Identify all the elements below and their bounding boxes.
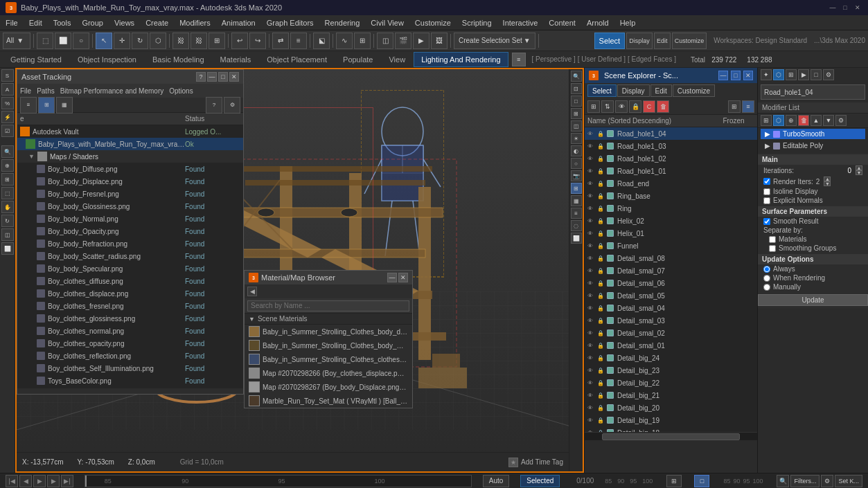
vp-zoom-btn[interactable]: 🔍	[571, 71, 582, 82]
main-file-row[interactable]: Baby_Plays_with_Marble_Run_Toy_max_vray.…	[17, 138, 243, 150]
se-object-row[interactable]: 👁 🔒 Detail_smal_07	[585, 264, 757, 277]
key-settings-btn[interactable]: ⚙	[821, 475, 833, 487]
menu-views[interactable]: Views	[109, 15, 140, 30]
iterations-spinner[interactable]: ▲ ▼	[856, 165, 862, 175]
tab-populate[interactable]: Populate	[335, 52, 380, 67]
mb-close-btn[interactable]: ✕	[398, 273, 408, 282]
vp-expand-btn[interactable]: ⬜	[571, 233, 582, 244]
motion-mode-icon[interactable]: ▶	[798, 69, 809, 80]
unlink-btn[interactable]: ⛓	[191, 33, 207, 49]
se-object-list[interactable]: 👁 🔒 Road_hole1_04 👁 🔒 Road_hole1_03 👁 🔒 …	[585, 127, 757, 432]
se-object-row[interactable]: 👁 🔒 Helix_01	[585, 227, 757, 240]
asset-maximize-btn[interactable]: □	[218, 72, 228, 82]
field-of-view-btn[interactable]: ◫	[1, 228, 14, 241]
render-frame-btn[interactable]: 🖼	[431, 33, 448, 49]
rotate-btn[interactable]: ↻	[132, 33, 148, 49]
asset-file-row-13[interactable]: Boy_clothes_normal.png Found	[17, 325, 243, 337]
se-minimize-btn[interactable]: —	[718, 71, 728, 80]
se-display-btn[interactable]: Display	[617, 84, 650, 97]
scene-customize-btn[interactable]: Customize	[672, 33, 707, 49]
arc-rotate-btn[interactable]: ↻	[1, 215, 14, 227]
tab-lighting-rendering[interactable]: Lighting And Rendering	[414, 52, 508, 67]
transport-controls[interactable]: |◀ ◀ ▶ ▶ ▶|	[6, 475, 73, 487]
render-btn[interactable]: ▶	[413, 33, 429, 49]
se-object-row[interactable]: 👁 🔒 Detail_smal_03	[585, 314, 757, 327]
move-btn[interactable]: ✛	[114, 33, 130, 49]
asset-file-row-11[interactable]: Boy_clothes_fresnel.png Found	[17, 300, 243, 312]
menu-edit[interactable]: Edit	[24, 15, 48, 30]
se-object-row[interactable]: 👁 🔒 Detail_smal_04	[585, 302, 757, 314]
schematic-view-btn[interactable]: ⊞	[354, 33, 371, 49]
mb-material-item[interactable]: Baby_in_Summer_Strolling_Clothes_body_MA…	[245, 338, 412, 352]
mod-icon-up[interactable]: ▲	[811, 115, 822, 126]
mod-icon-down[interactable]: ▼	[823, 115, 834, 126]
vp-grid-btn[interactable]: ⊞	[571, 183, 582, 194]
zoom-extent-btn[interactable]: ⊞	[1, 173, 14, 186]
se-object-row[interactable]: 👁 🔒 Helix_02	[585, 215, 757, 227]
vp-shading-btn[interactable]: □	[571, 96, 582, 107]
angle-snap-btn[interactable]: A	[1, 83, 14, 96]
vp-camera-btn[interactable]: 📷	[571, 170, 582, 181]
menu-file[interactable]: File	[0, 15, 24, 30]
bind-warp-btn[interactable]: ⊞	[209, 33, 225, 49]
add-time-tag-icon[interactable]: ★	[508, 458, 518, 467]
se-horizontal-scrollbar[interactable]	[585, 432, 757, 440]
scene-select-btn[interactable]: Select	[594, 33, 626, 49]
viewport[interactable]: 🔍 ⊡ □ ⊞ ◫ ☀ ◐ ○ 📷 ⊞ ▦ ≡ ◌ ⬜ X: -13,577cm…	[15, 68, 584, 473]
render-setup-btn[interactable]: 🎬	[395, 33, 411, 49]
zoom-btn[interactable]: 🔍	[1, 145, 14, 158]
asset-close-btn[interactable]: ✕	[229, 72, 239, 82]
hierarchy-mode-icon[interactable]: ⊞	[786, 69, 797, 80]
asset-minimize-btn[interactable]: —	[207, 72, 217, 82]
se-hierarchy-btn[interactable]: ⊞	[728, 100, 741, 113]
modify-mode-icon[interactable]: ⬡	[773, 69, 784, 80]
se-object-row[interactable]: 👁 🔒 Ring	[585, 202, 757, 215]
se-object-row[interactable]: 👁 🔒 Detail_smal_05	[585, 289, 757, 302]
utility-mode-icon[interactable]: ⚙	[823, 69, 834, 80]
tab-object-inspection[interactable]: Object Inspection	[70, 52, 144, 67]
asset-file-row-12[interactable]: Boy_clothes_glossiness.png Found	[17, 312, 243, 325]
asset-file-row-1[interactable]: Boy_body_Displace.png Found	[17, 175, 243, 188]
asset-file-row-3[interactable]: Boy_body_Glossiness.png Found	[17, 200, 243, 213]
se-object-row[interactable]: 👁 🔒 Ring_base	[585, 190, 757, 202]
snap-toggle-btn[interactable]: S	[1, 69, 14, 82]
vp-wireframe-btn[interactable]: ⊞	[571, 108, 582, 119]
menu-rendering[interactable]: Rendering	[319, 15, 366, 30]
selected-key-btn[interactable]: Selected	[520, 475, 560, 487]
display-mode-icon[interactable]: □	[811, 69, 822, 80]
zoom-time-btn[interactable]: 🔍	[777, 475, 789, 487]
curve-editor-btn[interactable]: ∿	[336, 33, 353, 49]
menu-graph-editors[interactable]: Graph Editors	[261, 15, 319, 30]
se-sort-btn[interactable]: ⇅	[601, 100, 614, 113]
asset-file-row-14[interactable]: Boy_clothes_opacity.png Found	[17, 337, 243, 350]
asset-file-row-6[interactable]: Boy_body_Refraction.png Found	[17, 237, 243, 250]
se-object-row[interactable]: 👁 🔒 Detail_big_21	[585, 389, 757, 401]
update-button[interactable]: Update	[758, 294, 868, 306]
tab-basic-modeling[interactable]: Basic Modeling	[145, 52, 212, 67]
explicit-normals-checkbox[interactable]	[763, 197, 770, 204]
mb-material-item[interactable]: Map #2070298266 (Boy_clothes_displace.pn…	[245, 366, 412, 380]
turbosmooth-modifier[interactable]: ▶ TurboSmooth	[761, 129, 865, 139]
when-rendering-radio[interactable]	[763, 275, 770, 282]
vp-safezone-btn[interactable]: ▦	[571, 195, 582, 206]
add-time-tag-btn[interactable]: Add Time Tag	[521, 458, 563, 466]
mod-icon-3[interactable]: ⊕	[786, 115, 797, 126]
edit-named-sel-btn[interactable]: ☑	[1, 125, 14, 137]
asset-icon-view-btn[interactable]: ⊞	[38, 97, 55, 114]
create-mode-icon[interactable]: ✦	[761, 69, 772, 80]
mb-material-item[interactable]: Marble_Run_Toy_Set_Mat ( VRayMtl ) [Ball…	[245, 394, 412, 408]
asset-menu-bitmap[interactable]: Bitmap Performance and Memory	[60, 87, 164, 95]
se-select-btn[interactable]: Select	[587, 84, 617, 97]
mb-materials-list[interactable]: Baby_in_Summer_Strolling_Clothes_body_de…	[245, 325, 412, 408]
zoom-all-btn[interactable]: ⊕	[1, 159, 14, 172]
asset-tile-view-btn[interactable]: ▦	[56, 97, 73, 114]
smoothing-groups-checkbox[interactable]	[769, 245, 776, 252]
se-filter-btn[interactable]: ⊞	[587, 100, 600, 113]
menu-interactive[interactable]: Interactive	[497, 15, 544, 30]
menu-arnold[interactable]: Arnold	[581, 15, 614, 30]
menu-scripting[interactable]: Scripting	[457, 15, 497, 30]
se-object-row[interactable]: 👁 🔒 Detail_smal_08	[585, 252, 757, 264]
mod-icon-1[interactable]: ⊞	[761, 115, 772, 126]
se-icon-btn[interactable]: ⊞	[666, 475, 682, 487]
se-scrollbar-thumb[interactable]	[602, 433, 740, 440]
